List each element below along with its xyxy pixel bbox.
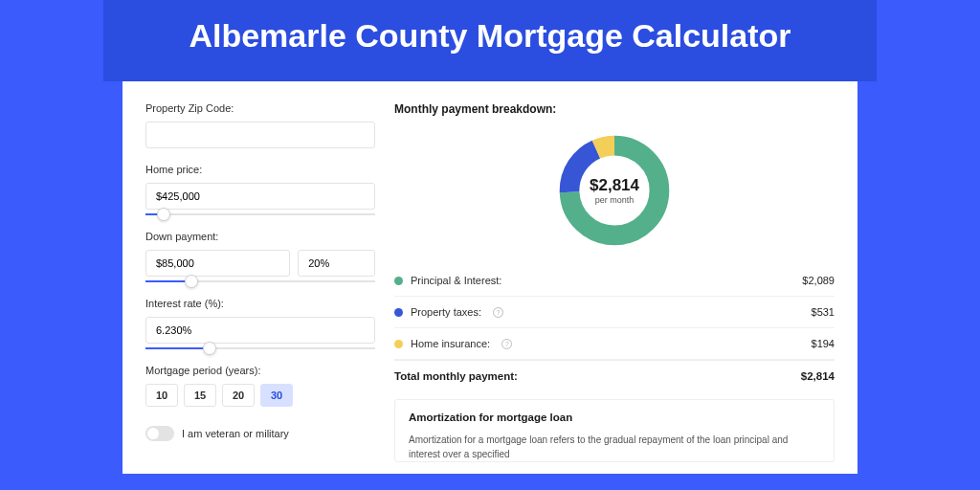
price-input[interactable] [145,183,375,210]
amortization-title: Amortization for mortgage loan [409,412,820,423]
total-row: Total monthly payment: $2,814 [394,360,835,395]
veteran-toggle[interactable] [145,426,174,441]
legend-value: $194 [812,338,835,349]
down-pct-input[interactable] [298,250,375,277]
zip-field-group: Property Zip Code: [145,102,375,148]
rate-field-group: Interest rate (%): [145,298,375,349]
price-slider[interactable] [145,213,375,215]
zip-input[interactable] [145,122,375,148]
legend-item-principal: Principal & Interest: $2,089 [394,265,835,297]
breakdown-title: Monthly payment breakdown: [394,102,835,116]
dot-icon [394,277,403,285]
rate-label: Interest rate (%): [145,298,375,309]
price-label: Home price: [145,164,375,175]
period-btn-10[interactable]: 10 [145,384,178,407]
legend-value: $531 [812,306,835,318]
donut-amount: $2,814 [590,176,639,195]
down-field-group: Down payment: [145,231,375,282]
period-btn-20[interactable]: 20 [222,384,255,407]
rate-slider[interactable] [145,347,375,349]
legend-label: Home insurance: [411,338,490,349]
header-band: Albemarle County Mortgage Calculator [103,0,877,81]
price-field-group: Home price: [145,164,375,215]
breakdown-panel: Monthly payment breakdown: $2,814 per mo… [394,102,835,474]
slider-thumb-icon[interactable] [157,208,170,221]
info-icon[interactable]: ? [493,307,503,318]
dot-icon [394,340,403,348]
period-label: Mortgage period (years): [145,365,375,376]
slider-thumb-icon[interactable] [185,275,198,288]
info-icon[interactable]: ? [501,339,512,349]
legend-item-insurance: Home insurance: ? $194 [394,328,835,360]
veteran-label: I am veteran or military [182,428,289,439]
period-options: 10 15 20 30 [145,384,375,407]
down-label: Down payment: [145,231,375,242]
legend-value: $2,089 [802,275,835,286]
toggle-knob-icon [147,428,159,439]
calculator-card: Property Zip Code: Home price: Down paym… [122,81,858,474]
dot-icon [394,308,403,317]
down-slider[interactable] [145,280,375,282]
period-field-group: Mortgage period (years): 10 15 20 30 [145,365,375,407]
donut-sub: per month [590,195,639,205]
veteran-toggle-row: I am veteran or military [145,426,375,441]
zip-label: Property Zip Code: [145,102,375,114]
amortization-text: Amortization for a mortgage loan refers … [409,433,820,461]
legend-item-taxes: Property taxes: ? $531 [394,297,835,328]
donut-chart: $2,814 per month [394,125,835,265]
page-title: Albemarle County Mortgage Calculator [103,17,877,55]
period-btn-15[interactable]: 15 [184,384,216,407]
form-panel: Property Zip Code: Home price: Down paym… [145,102,375,474]
total-label: Total monthly payment: [394,370,518,382]
legend-label: Property taxes: [411,306,481,318]
slider-thumb-icon[interactable] [203,342,216,355]
total-value: $2,814 [801,370,835,382]
rate-input[interactable] [145,317,375,344]
period-btn-30[interactable]: 30 [260,384,293,407]
legend-label: Principal & Interest: [411,275,501,286]
down-amount-input[interactable] [145,250,290,277]
amortization-box: Amortization for mortgage loan Amortizat… [394,399,835,462]
